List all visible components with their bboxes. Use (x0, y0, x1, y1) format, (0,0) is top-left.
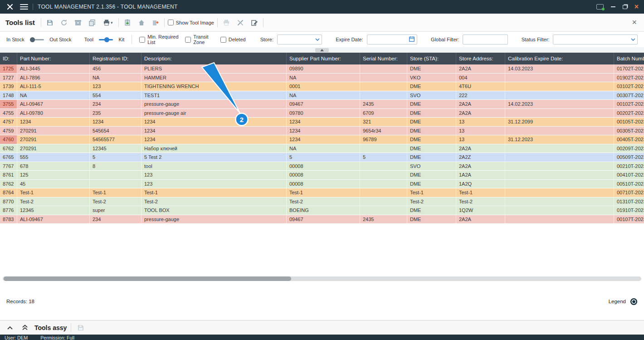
table-cell: 555 (17, 153, 90, 162)
deleted-checkbox[interactable]: Deleted (220, 37, 246, 43)
print-button[interactable]: ▾ (101, 17, 115, 28)
table-row[interactable]: 8783ALI-09467234pressure-gauge094672435D… (0, 215, 644, 224)
table-cell: 1739 (0, 82, 17, 91)
global-filter-input[interactable] (463, 34, 507, 44)
table-cell: 00105T-2023 (614, 118, 644, 126)
min-required-label: Min. Required List (147, 34, 181, 45)
table-cell: 13 (456, 127, 505, 135)
close-window-button[interactable]: × (634, 3, 639, 10)
table-cell: 31.12.2023 (505, 135, 614, 144)
transit-zone-checkbox[interactable]: Transit Zone (185, 34, 216, 45)
global-filter-label: Global Filter: (431, 37, 459, 42)
table-cell: 2A2A (456, 215, 505, 224)
edit-button[interactable] (249, 17, 260, 28)
table-cell: Test-1 (407, 188, 456, 197)
expire-date-field[interactable] (369, 35, 409, 44)
column-header[interactable]: Supplier Part Number: (287, 53, 360, 64)
table-cell (505, 109, 614, 118)
table-row[interactable]: 676555555 Test 255DME2A2Z00509T-2023 (0, 153, 644, 162)
table-row[interactable]: 4760270291545655771234123496789DME1331.1… (0, 135, 644, 144)
show-tool-image-checkbox[interactable]: Show Tool Image (168, 20, 214, 25)
double-chevron-up-icon[interactable] (20, 322, 30, 333)
refresh-button[interactable] (59, 17, 69, 28)
table-row[interactable]: 8770Test-2Test-2Test-2Test-2Test-2Test-2… (0, 197, 644, 207)
column-header[interactable]: ID: (0, 53, 17, 64)
expire-date-input[interactable] (367, 34, 417, 44)
chevron-down-icon (315, 38, 320, 41)
table-row[interactable]: 87624512300008DME1A2Q00510T-2023 (0, 180, 644, 189)
home-button[interactable] (136, 17, 147, 28)
table-cell: ALI-3445 (17, 64, 90, 73)
table-row[interactable]: 47571234123412341234321DME1331.12.209900… (0, 118, 644, 127)
table-cell: 125 (17, 171, 90, 179)
column-header[interactable]: Description: (141, 53, 287, 64)
horizontal-scrollbar[interactable] (3, 276, 641, 281)
table-cell: 2A2A (456, 100, 505, 108)
table-row[interactable]: 4755ALI-09780235pressure-gauge air097806… (0, 109, 644, 118)
column-header[interactable]: Batch Number: (614, 53, 644, 64)
table-row[interactable]: 676227029112345Набор ключейNADME2A2A0020… (0, 144, 644, 153)
table-cell (90, 180, 141, 188)
table-cell: Test-2 (287, 197, 360, 206)
close-panel-button[interactable]: × (632, 18, 639, 27)
status-filter-select[interactable] (553, 34, 638, 44)
table-cell: 7767 (0, 162, 17, 171)
column-header[interactable]: Serial Number: (360, 53, 407, 64)
print-secondary-button[interactable] (221, 17, 232, 28)
column-header[interactable]: Store (STA): (407, 53, 456, 64)
table-cell: pressure-gauge (141, 100, 287, 108)
export-button[interactable] (150, 17, 161, 28)
tools-filter-button[interactable] (235, 17, 246, 28)
table-row[interactable]: 1739ALI-111-5123TIGHTENING WRENCH0001DME… (0, 82, 644, 91)
table-cell: 1234 (141, 118, 287, 126)
minimize-button[interactable] (611, 6, 615, 7)
store-select[interactable] (277, 34, 322, 44)
menu-hamburger-icon[interactable] (20, 4, 28, 10)
scrollbar-thumb[interactable] (4, 276, 291, 281)
table-cell (360, 197, 407, 206)
paste-import-button[interactable] (122, 17, 133, 28)
table-row[interactable]: 1748NA554TEST1NASVO22200307T-2021 (0, 91, 644, 100)
table-cell: 1A2Q (456, 180, 505, 188)
table-cell: 1Q2W (456, 206, 505, 215)
table-row[interactable]: 876112512300008DME1A2A00410T-2023 (0, 171, 644, 180)
table-row[interactable]: 1727ALI-7896NAHAMMERNAVKO00401902T-2021 (0, 74, 644, 83)
table-row[interactable]: 4759270291545654123412349654r34DME130030… (0, 127, 644, 136)
table-cell: NA (90, 74, 141, 82)
calendar-icon[interactable] (409, 36, 415, 43)
table-cell: 00405T-2023 (614, 135, 644, 144)
table-row[interactable]: 1725ALI-3445456PLIERS09890DME2A2A14.03.2… (0, 64, 644, 74)
column-header[interactable]: Store Address: (456, 53, 505, 64)
chevron-up-icon[interactable] (5, 322, 15, 333)
table-row[interactable]: 3755ALI-09467234pressure-gauge094672435D… (0, 100, 644, 109)
global-filter-field[interactable] (465, 35, 505, 44)
table-cell: pressure-gauge (141, 215, 287, 224)
tool-kit-toggle[interactable] (99, 37, 113, 42)
save-button[interactable] (44, 17, 55, 28)
table-cell: 222 (456, 91, 505, 100)
table-cell: 1234 (90, 118, 141, 126)
column-header[interactable]: Registration ID: (90, 53, 141, 64)
min-required-checkbox[interactable]: Min. Required List (139, 34, 181, 45)
legend-eye-icon[interactable] (630, 298, 638, 306)
table-cell (90, 171, 141, 179)
table-cell: 2435 (360, 215, 407, 224)
transit-zone-label: Transit Zone (193, 34, 216, 45)
table-row[interactable]: 77676788tool00008SVO2A2A00210T-2023 (0, 162, 644, 171)
stock-toggle[interactable] (30, 37, 44, 42)
table-row[interactable]: 877612345superTOOL BOXBOEINGDME1Q2W01910… (0, 206, 644, 215)
archive-button[interactable] (73, 17, 83, 28)
table-cell: 0001 (287, 82, 360, 91)
assy-save-button[interactable] (75, 322, 86, 333)
collapse-handle[interactable] (315, 48, 329, 52)
show-tool-image-input[interactable] (168, 20, 174, 25)
restore-button[interactable] (623, 5, 627, 9)
print-dropdown-arrow[interactable]: ▾ (111, 20, 113, 25)
table-cell: 6709 (360, 109, 407, 118)
table-cell: ALI-111-5 (17, 82, 90, 91)
column-header[interactable]: Part Number: (17, 53, 90, 64)
table-cell: Test-1 (141, 188, 287, 197)
column-header[interactable]: Calibration Expire Date: (505, 53, 614, 64)
copy-button[interactable] (87, 17, 98, 28)
table-row[interactable]: 8764Test-1Test-1Test-1Test-1Test-1Test-1… (0, 188, 644, 197)
